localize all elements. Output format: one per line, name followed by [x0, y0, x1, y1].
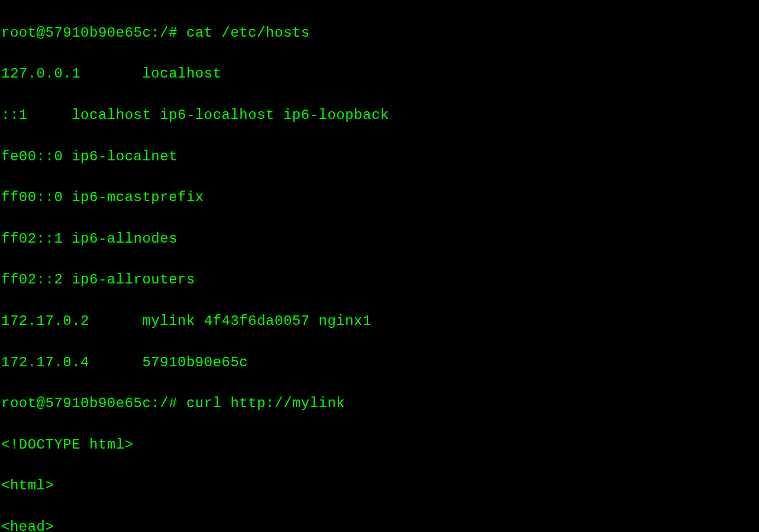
terminal-line: <!DOCTYPE html>: [1, 435, 758, 456]
terminal-output[interactable]: root@57910b90e65c:/# cat /etc/hosts 127.…: [1, 2, 758, 532]
terminal-line: ff02::2 ip6-allrouters: [1, 270, 758, 291]
terminal-line: 172.17.0.4 57910b90e65c: [1, 353, 758, 373]
terminal-line: root@57910b90e65c:/# curl http://mylink: [1, 394, 758, 414]
terminal-line: fe00::0 ip6-localnet: [1, 147, 758, 167]
terminal-line: ff00::0 ip6-mcastprefix: [1, 188, 758, 208]
terminal-line: <html>: [1, 476, 758, 496]
terminal-line: 172.17.0.2 mylink 4f43f6da0057 nginx1: [1, 311, 758, 332]
terminal-line: <head>: [1, 517, 758, 532]
terminal-line: ::1 localhost ip6-localhost ip6-loopback: [1, 105, 758, 126]
terminal-line: root@57910b90e65c:/# cat /etc/hosts: [1, 23, 758, 44]
terminal-line: ff02::1 ip6-allnodes: [1, 229, 758, 250]
terminal-line: 127.0.0.1 localhost: [1, 64, 758, 85]
